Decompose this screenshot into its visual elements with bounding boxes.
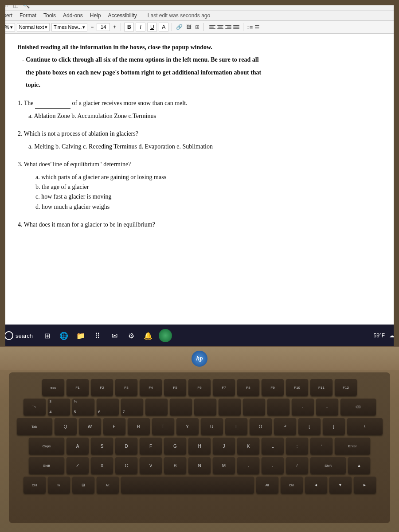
- font-size-decrease[interactable]: −: [89, 24, 95, 30]
- key-6[interactable]: [170, 399, 192, 415]
- taskbar-mail-icon[interactable]: ✉: [108, 329, 121, 342]
- key-quote[interactable]: ': [310, 438, 332, 454]
- key-alt-l[interactable]: Alt: [97, 477, 119, 493]
- menu-item-help[interactable]: Help: [90, 12, 101, 19]
- key-backspace[interactable]: ⌫: [340, 399, 376, 415]
- key-u[interactable]: U: [201, 418, 223, 435]
- menu-item-accessibility[interactable]: Accessibility: [108, 12, 137, 19]
- taskbar-bell-icon[interactable]: 🔔: [142, 329, 154, 342]
- key-shift-r[interactable]: Shift: [310, 457, 346, 474]
- key-ctrl-r[interactable]: Ctrl: [281, 477, 303, 493]
- key-z[interactable]: Z: [66, 457, 89, 474]
- menu-item-addons[interactable]: Add-ons: [63, 12, 83, 19]
- key-arrow-right[interactable]: ►: [354, 477, 376, 493]
- key-i[interactable]: I: [225, 418, 247, 435]
- key-fn2[interactable]: F1: [66, 379, 89, 396]
- key-4[interactable]: 7: [121, 399, 143, 415]
- key-r[interactable]: R: [128, 418, 150, 435]
- taskbar-apps-icon[interactable]: ⠿: [91, 329, 104, 342]
- key-x[interactable]: X: [91, 457, 113, 474]
- key-arrow-up[interactable]: ▲: [348, 457, 370, 474]
- menu-item-format[interactable]: Format: [20, 12, 36, 19]
- link-icon[interactable]: 🔗: [175, 24, 184, 30]
- key-b[interactable]: B: [164, 457, 186, 474]
- key-9[interactable]: [243, 399, 265, 415]
- font-size-input[interactable]: 14: [97, 23, 110, 31]
- key-ctrl-l[interactable]: Ctrl: [23, 477, 46, 493]
- taskbar-grid-icon[interactable]: ⊞: [41, 329, 53, 342]
- italic-button[interactable]: I: [136, 23, 145, 31]
- document-area[interactable]: finished reading all the information in …: [0, 34, 399, 346]
- key-tilde[interactable]: `~: [23, 399, 46, 415]
- key-q[interactable]: Q: [55, 418, 77, 435]
- key-s[interactable]: S: [91, 438, 113, 454]
- key-d[interactable]: D: [115, 438, 137, 454]
- key-1[interactable]: $ 4: [48, 399, 70, 415]
- key-fn12[interactable]: F11: [310, 379, 332, 396]
- list-options-icon[interactable]: ☰: [254, 24, 260, 31]
- key-8[interactable]: [219, 399, 241, 415]
- key-w[interactable]: W: [79, 418, 101, 435]
- key-alt-r[interactable]: Alt: [256, 477, 278, 493]
- align-left-icon[interactable]: [209, 24, 216, 30]
- underline-button[interactable]: U: [147, 23, 157, 31]
- zoom-dropdown-icon[interactable]: ▾: [10, 24, 13, 30]
- key-l[interactable]: L: [262, 438, 284, 454]
- text-color-button[interactable]: A: [159, 23, 168, 31]
- key-m[interactable]: M: [213, 457, 235, 474]
- align-right-icon[interactable]: [225, 24, 232, 30]
- font-size-increase[interactable]: +: [112, 24, 117, 30]
- magnify-icon[interactable]: 🔍: [22, 1, 30, 9]
- key-f[interactable]: F: [140, 438, 162, 454]
- align-center-icon[interactable]: [217, 24, 224, 30]
- table-icon[interactable]: ⊞: [194, 24, 200, 30]
- font-family-dropdown-icon[interactable]: ▾: [82, 24, 85, 30]
- key-tab[interactable]: Tab: [17, 418, 52, 435]
- key-backslash[interactable]: \: [347, 418, 383, 435]
- key-arrow-left[interactable]: ◄: [305, 477, 327, 493]
- taskbar-search-area[interactable]: search: [4, 331, 33, 340]
- key-fn9[interactable]: F8: [237, 379, 259, 396]
- key-fn10[interactable]: F9: [262, 379, 284, 396]
- key-slash[interactable]: /: [286, 457, 308, 474]
- key-j[interactable]: J: [213, 438, 235, 454]
- key-fn11[interactable]: F10: [286, 379, 308, 396]
- key-y[interactable]: Y: [176, 418, 199, 435]
- key-fn8[interactable]: F7: [213, 379, 235, 396]
- key-caps[interactable]: Caps: [29, 438, 64, 454]
- taskbar-earth-icon[interactable]: 🌐: [58, 329, 70, 342]
- key-fn5[interactable]: F4: [140, 379, 162, 396]
- taskbar-search-label[interactable]: search: [16, 332, 33, 339]
- key-o[interactable]: O: [250, 418, 272, 435]
- taskbar-avatar-icon[interactable]: [159, 329, 172, 342]
- key-fn13[interactable]: F12: [335, 379, 357, 396]
- key-n[interactable]: N: [188, 457, 211, 474]
- key-g[interactable]: G: [164, 438, 186, 454]
- key-3[interactable]: 6: [97, 399, 119, 415]
- key-arrow-down[interactable]: ▼: [329, 477, 352, 493]
- key-plus[interactable]: +: [316, 399, 338, 415]
- paragraph-style-dropdown-icon[interactable]: ▾: [45, 24, 47, 30]
- key-t[interactable]: T: [152, 418, 174, 435]
- key-h[interactable]: H: [188, 438, 211, 454]
- key-e[interactable]: E: [103, 418, 125, 435]
- key-p[interactable]: P: [274, 418, 296, 435]
- key-comma[interactable]: ,: [237, 457, 259, 474]
- taskbar-settings-icon[interactable]: ⚙: [125, 329, 137, 342]
- key-win[interactable]: ⊞: [72, 477, 94, 493]
- key-fn3[interactable]: F2: [91, 379, 113, 396]
- star-icon[interactable]: ☆: [4, 1, 9, 9]
- font-family-select[interactable]: Times New... ▾: [51, 23, 87, 31]
- key-fn6[interactable]: F5: [164, 379, 186, 396]
- key-v[interactable]: V: [140, 457, 162, 474]
- key-2[interactable]: % 5: [72, 399, 94, 415]
- bookmark-icon[interactable]: ◫: [13, 1, 19, 9]
- bold-button[interactable]: B: [124, 23, 134, 31]
- key-bracket-r[interactable]: ]: [323, 418, 345, 435]
- key-fn7[interactable]: F6: [188, 379, 211, 396]
- key-semicolon[interactable]: ;: [286, 438, 308, 454]
- key-5[interactable]: [145, 399, 168, 415]
- key-enter[interactable]: Enter: [335, 438, 370, 454]
- key-bracket-l[interactable]: [: [298, 418, 321, 435]
- menu-item-insert[interactable]: sert: [4, 12, 12, 19]
